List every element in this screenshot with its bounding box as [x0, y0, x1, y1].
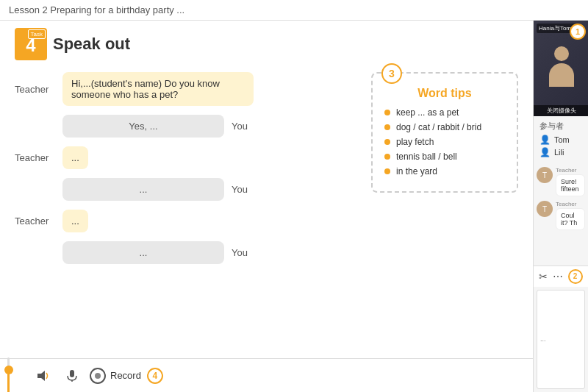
svg-marker-0 [37, 371, 45, 381]
sidebar-circle-2: 2 [568, 269, 583, 284]
chat-avatar-1: T [537, 167, 553, 183]
speaker-button[interactable] [31, 364, 54, 388]
participant-icon-tom: 👤 [539, 135, 551, 145]
video-body [549, 63, 574, 87]
task-header: Task 4 Speak out [0, 21, 533, 63]
scissors-icon[interactable]: ✂ [539, 271, 548, 282]
speaker-teacher-2: Teacher [15, 152, 55, 163]
word-tip-dot-5 [384, 168, 390, 174]
svg-rect-1 [70, 370, 74, 377]
word-tips-number: 3 [381, 63, 402, 84]
word-tip-dot-2 [384, 124, 390, 130]
video-head [554, 46, 569, 61]
participants-title: 参与者 [539, 121, 582, 132]
task-digit: 4 [26, 37, 35, 54]
dialogue-row-6: ... You [15, 241, 356, 264]
word-tips-title: Word tips [384, 87, 505, 100]
word-tip-1: keep ... as a pet [384, 107, 505, 118]
chat-sender-1: Teacher [556, 167, 585, 174]
word-tip-dot-1 [384, 110, 390, 115]
dialogue-row-5: Teacher ... [15, 210, 356, 232]
volume-slider-container[interactable] [7, 357, 22, 393]
top-bar: Lesson 2 Preparing for a birthday party … [0, 0, 588, 21]
mic-button[interactable] [60, 364, 84, 388]
you-label-3: You [232, 247, 248, 258]
video-panel: Hania与Tom总 1 关闭摄像头 [534, 21, 588, 116]
task-number-badge: Task 4 [15, 28, 47, 60]
content-area: Task 4 Speak out Teacher Hi,...(student'… [0, 21, 533, 392]
volume-track [7, 357, 10, 393]
main-layout: Task 4 Speak out Teacher Hi,...(student'… [0, 21, 588, 392]
chat-avatar-2: T [537, 201, 553, 217]
record-label: Record [110, 370, 141, 381]
participants-section: 参与者 👤 Tom 👤 Lili [534, 116, 588, 164]
you-bubble-1: Yes, ... [62, 115, 224, 138]
speaker-teacher-1: Teacher [15, 84, 55, 95]
dialogue-row-4: ... You [15, 178, 356, 201]
speaker-teacher-3: Teacher [15, 215, 55, 227]
teacher-bubble-1: Hi,...(student's name) Do you know someo… [62, 72, 254, 106]
word-tip-dot-4 [384, 154, 390, 160]
you-label-1: You [232, 121, 248, 132]
you-bubble-2: ... [62, 178, 224, 201]
right-sidebar: Hania与Tom总 1 关闭摄像头 参与者 👤 Tom 👤 Lili T Te [533, 21, 588, 392]
teacher-bubble-2: ... [62, 146, 88, 169]
word-tip-dot-3 [384, 139, 390, 145]
record-button[interactable]: Record [90, 368, 141, 384]
participant-tom: 👤 Tom [539, 135, 582, 145]
chat-bubble-2: Coul it? Th [556, 208, 585, 230]
camera-off-label: 关闭摄像头 [534, 105, 588, 116]
teacher-bubble-3: ... [62, 210, 88, 232]
lesson-body: Teacher Hi,...(student's name) Do you kn… [0, 63, 533, 358]
toolbar-circle-4: 4 [147, 368, 163, 384]
word-tip-2: dog / cat / rabbit / brid [384, 122, 505, 132]
word-tip-5: in the yard [384, 166, 505, 177]
video-person [547, 46, 576, 90]
chat-sender-2: Teacher [556, 201, 585, 207]
dialogue-section: Teacher Hi,...(student's name) Do you kn… [15, 72, 356, 349]
dots-icon[interactable]: ⋯ [553, 271, 563, 282]
bottom-toolbar: Record 4 [0, 358, 533, 392]
dialogue-row-3: Teacher ... [15, 146, 356, 169]
task-badge-label: Task [28, 29, 46, 39]
record-circle-icon [90, 368, 106, 384]
task-title: Speak out [53, 35, 130, 54]
sidebar-circle-1: 1 [570, 24, 586, 40]
lesson-title: Lesson 2 Preparing for a birthday party … [9, 4, 184, 15]
dialogue-row-1: Teacher Hi,...(student's name) Do you kn… [15, 72, 356, 106]
record-dot [95, 373, 101, 379]
word-tips-card: 3 Word tips keep ... as a pet dog / cat … [371, 72, 518, 193]
chat-input[interactable] [537, 290, 585, 390]
participant-name-lili: Lili [554, 148, 564, 157]
word-tip-4: tennis ball / bell [384, 152, 505, 162]
you-label-2: You [232, 184, 248, 195]
chat-section: T Teacher Sure! fifteen T Teacher Coul i… [534, 164, 588, 266]
participant-lili: 👤 Lili [539, 147, 582, 157]
participant-name-tom: Tom [554, 135, 570, 144]
word-tips-section: 3 Word tips keep ... as a pet dog / cat … [371, 72, 518, 349]
word-tip-3: play fetch [384, 137, 505, 147]
dialogue-row-2: Yes, ... You [15, 115, 356, 138]
participant-icon-lili: 👤 [539, 147, 551, 157]
chat-message-1: T Teacher Sure! fifteen [537, 167, 585, 196]
volume-thumb [4, 366, 13, 374]
sidebar-bottom-controls: ✂ ⋯ 2 [534, 266, 588, 287]
you-bubble-3: ... [62, 241, 224, 264]
chat-bubble-1: Sure! fifteen [556, 174, 585, 196]
chat-message-2: T Teacher Coul it? Th [537, 201, 585, 230]
